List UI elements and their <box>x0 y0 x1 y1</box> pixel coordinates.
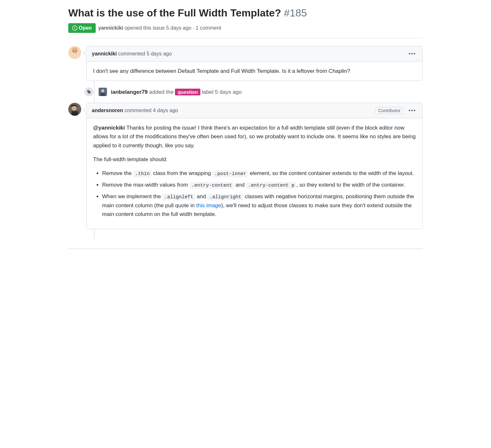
issue-number: #185 <box>284 7 307 19</box>
comment-actions-menu[interactable]: ••• <box>407 106 417 115</box>
inline-link[interactable]: this image <box>196 202 221 209</box>
state-badge-open: Open <box>68 23 96 33</box>
code-inline: .alignright <box>207 194 243 200</box>
issue-opened-time: 5 days ago <box>166 25 191 31</box>
svg-point-3 <box>76 51 77 52</box>
svg-point-5 <box>101 89 104 93</box>
code-inline: .thin <box>133 170 151 177</box>
list-item: When we implement the .alignleft and .al… <box>102 192 416 219</box>
svg-point-2 <box>73 51 74 52</box>
mention-link[interactable]: @yannickiki <box>93 125 125 131</box>
section-divider <box>68 248 423 249</box>
issue-comment-count: 1 comment <box>196 25 221 31</box>
comment-item: andersnoren commented 4 days ago Contrib… <box>68 103 423 239</box>
comment-actions-menu[interactable]: ••• <box>407 50 417 58</box>
code-inline: .post-inner <box>212 170 248 177</box>
event-author-link[interactable]: ianbelanger79 <box>111 89 148 95</box>
svg-rect-10 <box>72 111 78 116</box>
event-avatar[interactable] <box>99 88 107 96</box>
code-inline: .alignleft <box>162 194 195 200</box>
state-badge-label: Open <box>79 25 92 31</box>
code-inline: .entry-content <box>189 182 234 189</box>
issue-author-link[interactable]: yannickiki <box>98 25 123 31</box>
list-item: Remove the max-width values from .entry-… <box>102 180 416 190</box>
issue-title: What is the use of the Full Width Templa… <box>68 7 281 19</box>
issue-title-row: What is the use of the Full Width Templa… <box>68 6 423 19</box>
comment-time[interactable]: 5 days ago <box>147 51 172 56</box>
avatar[interactable] <box>68 46 81 59</box>
issue-open-icon <box>72 25 77 31</box>
comment-item: yannickiki commented 5 days ago ••• I do… <box>68 46 423 103</box>
comment-author-link[interactable]: andersnoren <box>92 108 123 113</box>
tag-icon <box>84 87 94 97</box>
comment-box: andersnoren commented 4 days ago Contrib… <box>86 103 423 229</box>
comment-body: @yannickiki Thanks for posting the issue… <box>87 118 422 229</box>
code-inline: .entry-content p <box>246 182 296 189</box>
issue-meta-row: Open yannickiki opened this issue 5 days… <box>68 23 423 38</box>
role-badge: Contributor <box>375 107 403 114</box>
label-chip[interactable]: question <box>175 89 200 95</box>
svg-rect-6 <box>101 93 105 96</box>
comment-box: yannickiki commented 5 days ago ••• I do… <box>86 46 423 81</box>
issue-meta-text: yannickiki opened this issue 5 days ago … <box>98 25 221 31</box>
timeline-event: ianbelanger79 added the question label 5… <box>86 81 423 103</box>
comment-author-link[interactable]: yannickiki <box>92 51 117 56</box>
comment-time[interactable]: 4 days ago <box>153 108 178 113</box>
list-item: Remove the .thin class from the wrapping… <box>102 169 416 178</box>
event-time[interactable]: 5 days ago <box>215 89 242 95</box>
avatar[interactable] <box>68 103 81 116</box>
comment-body: I don't see any difference between Defau… <box>87 62 422 81</box>
svg-point-1 <box>72 48 78 54</box>
